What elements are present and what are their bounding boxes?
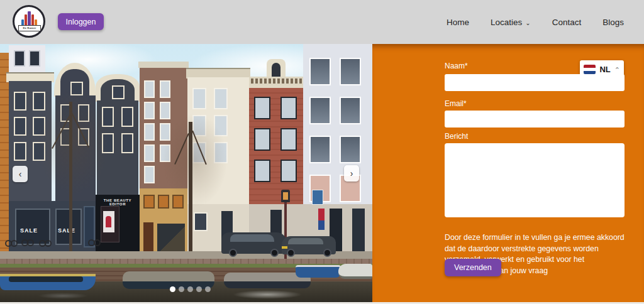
shop-sale-window-right <box>55 209 82 245</box>
boat-covered-2-hull <box>224 281 311 288</box>
logo-title: De Kamer <box>18 25 41 31</box>
water-reflection <box>233 290 302 299</box>
carousel-dot-1[interactable] <box>170 286 175 292</box>
car-wheel <box>270 249 279 257</box>
contact-panel: NL ⌃ Naam* Email* Bericht Door deze form… <box>372 44 644 302</box>
chevron-down-icon: ⌄ <box>525 19 530 26</box>
boat-blue-right <box>296 265 341 278</box>
carousel-photo-amsterdam-canal: SALE SALE THE BEAUTY EDITOR <box>0 44 372 302</box>
lamp-glass <box>283 192 288 200</box>
beauty-editor-poster-figure <box>106 216 111 227</box>
nav-item-blogs[interactable]: Blogs <box>602 18 624 27</box>
parking-sign-blue <box>312 190 323 205</box>
bicycle <box>11 240 18 247</box>
tan-building-door <box>143 222 153 251</box>
license-plate <box>282 246 287 249</box>
building-brown-brick-cornice <box>138 62 189 68</box>
tree-canopy <box>162 113 228 207</box>
tan-building-stairs <box>157 224 185 251</box>
message-label: Bericht <box>445 132 468 141</box>
sale-sign: SALE <box>58 227 75 234</box>
carousel-dot-4[interactable] <box>196 286 202 292</box>
email-label: Email* <box>445 99 467 108</box>
contact-form: Naam* Email* Bericht Door deze formulier… <box>445 62 625 294</box>
cream-ground-window <box>194 212 208 231</box>
carousel-prev-button[interactable]: ‹ <box>13 166 28 182</box>
car-suv-windows <box>230 234 274 242</box>
logo[interactable]: De Kamer <box>13 5 45 38</box>
bicycle <box>27 239 34 246</box>
message-field[interactable] <box>445 143 625 217</box>
name-field[interactable] <box>445 74 625 91</box>
name-label: Naam* <box>445 62 468 70</box>
building-light-tall-windows <box>309 58 367 202</box>
carousel-dot-5[interactable] <box>205 286 211 292</box>
boat-blue-left-interior <box>9 276 83 282</box>
carousel-next-button[interactable]: › <box>344 165 359 182</box>
nav-item-home[interactable]: Home <box>447 18 469 27</box>
main-nav: Home Locaties⌄ Contact Blogs <box>447 0 624 44</box>
nav-item-contact[interactable]: Contact <box>552 18 582 27</box>
building-white-left-windows <box>14 50 43 67</box>
page: De Kamer Inloggen Home Locaties⌄ Contact… <box>0 0 644 304</box>
email-field[interactable] <box>445 111 625 128</box>
building-redbrick-balustrade <box>249 77 303 85</box>
tree-trunk <box>189 122 192 251</box>
submit-button[interactable]: Verzenden <box>445 259 501 276</box>
building-redbrick-windows <box>254 97 298 182</box>
bicycle <box>45 240 52 247</box>
header: De Kamer Inloggen Home Locaties⌄ Contact… <box>0 0 644 44</box>
beauty-editor-sign: THE BEAUTY EDITOR <box>96 198 140 206</box>
carousel-dot-3[interactable] <box>187 286 193 292</box>
car-wheel <box>323 249 331 257</box>
bicycle <box>94 239 101 246</box>
boat-white <box>338 264 372 279</box>
banner-red-blue <box>318 209 325 230</box>
gable-window <box>112 85 125 99</box>
car-hatchback-windows <box>288 238 323 244</box>
light-ground-door2 <box>352 209 365 251</box>
car-wheel <box>229 249 237 257</box>
water-reflection <box>38 293 88 299</box>
login-button[interactable]: Inloggen <box>58 13 104 30</box>
sale-sign: SALE <box>20 227 38 234</box>
tree-trunk <box>69 102 72 251</box>
main-content: SALE SALE THE BEAUTY EDITOR <box>0 44 644 302</box>
nav-item-locaties[interactable]: Locaties⌄ <box>491 18 531 27</box>
carousel-dots <box>170 286 211 292</box>
tree-canopy <box>36 88 109 195</box>
carousel-dot-2[interactable] <box>179 286 184 292</box>
car-wheel <box>287 249 295 257</box>
